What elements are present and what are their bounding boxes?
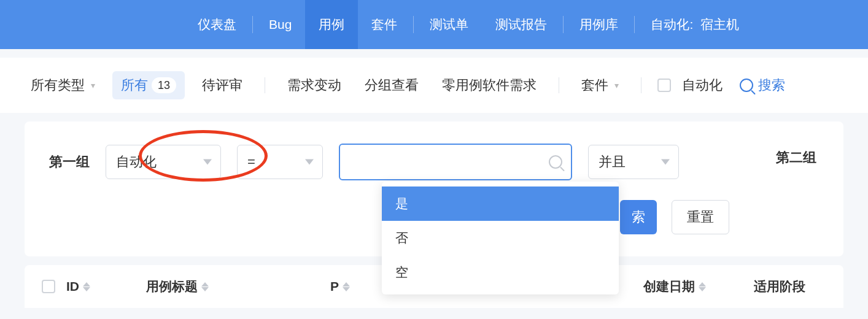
logic-select[interactable]: 并且 bbox=[588, 145, 679, 179]
search-button[interactable]: 索 bbox=[620, 200, 657, 234]
field-select[interactable]: 自动化 bbox=[106, 145, 221, 179]
filter-req-change[interactable]: 需求变动 bbox=[281, 72, 347, 98]
nav-host[interactable]: 宿主机 bbox=[698, 0, 753, 49]
nav-automation-label: 自动化: bbox=[637, 0, 698, 49]
dropdown-option-empty[interactable]: 空 bbox=[382, 255, 619, 290]
topnav: 仪表盘 Bug 用例 套件 测试单 测试报告 用例库 自动化: 宿主机 bbox=[0, 0, 868, 49]
filter-all-label: 所有 bbox=[121, 76, 148, 94]
chevron-down-icon bbox=[203, 160, 212, 165]
th-date[interactable]: 创建日期 bbox=[643, 278, 754, 295]
value-dropdown: 是 否 空 bbox=[382, 182, 619, 294]
nav-caselib[interactable]: 用例库 bbox=[566, 0, 632, 49]
filter-group-view[interactable]: 分组查看 bbox=[358, 72, 425, 98]
nav-report[interactable]: 测试报告 bbox=[482, 0, 560, 49]
filter-zero-req[interactable]: 零用例软件需求 bbox=[436, 72, 543, 98]
group2-label: 第二组 bbox=[776, 148, 816, 167]
search-icon bbox=[740, 79, 753, 92]
th-title-label: 用例标题 bbox=[146, 278, 198, 295]
dropdown-option-no[interactable]: 否 bbox=[382, 221, 619, 255]
filter-row: 第一组 自动化 = 并且 bbox=[49, 144, 819, 180]
th-title[interactable]: 用例标题 bbox=[146, 278, 330, 295]
search-icon bbox=[549, 155, 562, 169]
th-id[interactable]: ID bbox=[66, 279, 146, 294]
checkbox-automation[interactable] bbox=[657, 79, 671, 92]
filter-pending[interactable]: 待评审 bbox=[196, 72, 249, 98]
subbar: 所有类型 ▾ 所有 13 待评审 需求变动 分组查看 零用例软件需求 套件 ▾ … bbox=[0, 58, 868, 113]
chevron-down-icon bbox=[305, 160, 314, 165]
nav-case[interactable]: 用例 bbox=[305, 0, 358, 49]
checkbox-automation-label: 自动化 bbox=[682, 72, 729, 98]
nav-sep bbox=[252, 16, 253, 33]
filter-all-count: 13 bbox=[152, 77, 176, 93]
checkbox-select-all[interactable] bbox=[42, 280, 55, 293]
filter-all-types-label: 所有类型 bbox=[31, 76, 85, 94]
value-input-wrap bbox=[339, 144, 572, 180]
group1-label: 第一组 bbox=[49, 153, 90, 171]
filter-all[interactable]: 所有 13 bbox=[112, 71, 185, 99]
th-stage-label: 适用阶段 bbox=[754, 278, 805, 295]
chevron-down-icon: ▾ bbox=[614, 80, 619, 90]
th-date-label: 创建日期 bbox=[643, 278, 695, 295]
logic-select-value: 并且 bbox=[599, 153, 626, 171]
nav-suite[interactable]: 套件 bbox=[358, 0, 411, 49]
subbar-search[interactable]: 搜索 bbox=[740, 76, 785, 94]
nav-sep bbox=[413, 16, 414, 33]
value-input[interactable] bbox=[349, 154, 549, 170]
filter-all-types[interactable]: 所有类型 ▾ bbox=[25, 72, 101, 98]
th-id-label: ID bbox=[66, 279, 79, 294]
operator-select[interactable]: = bbox=[237, 145, 323, 179]
filter-suite-label: 套件 bbox=[581, 76, 608, 94]
operator-select-value: = bbox=[247, 154, 255, 170]
sort-icon bbox=[699, 282, 706, 291]
sort-icon bbox=[83, 282, 90, 291]
th-p-label: P bbox=[330, 279, 339, 294]
nav-sep bbox=[563, 16, 564, 33]
sub-sep bbox=[265, 77, 265, 93]
sub-sep bbox=[559, 77, 559, 93]
nav-sep bbox=[634, 16, 635, 33]
field-select-value: 自动化 bbox=[116, 153, 157, 171]
chevron-down-icon: ▾ bbox=[91, 80, 95, 90]
nav-testorder[interactable]: 测试单 bbox=[416, 0, 482, 49]
sub-sep bbox=[641, 77, 641, 93]
chevron-down-icon bbox=[661, 160, 670, 165]
reset-button[interactable]: 重置 bbox=[672, 200, 729, 234]
filter-panel: 第一组 自动化 = 并且 第二组 是 否 空 索 重置 bbox=[25, 121, 843, 256]
th-stage[interactable]: 适用阶段 bbox=[754, 278, 805, 295]
nav-dashboard[interactable]: 仪表盘 bbox=[184, 0, 250, 49]
subbar-search-label: 搜索 bbox=[758, 76, 785, 94]
filter-suite[interactable]: 套件 ▾ bbox=[575, 72, 625, 98]
sort-icon bbox=[201, 282, 209, 291]
sort-icon bbox=[343, 282, 350, 291]
dropdown-option-yes[interactable]: 是 bbox=[382, 186, 619, 221]
nav-bug[interactable]: Bug bbox=[255, 0, 305, 49]
